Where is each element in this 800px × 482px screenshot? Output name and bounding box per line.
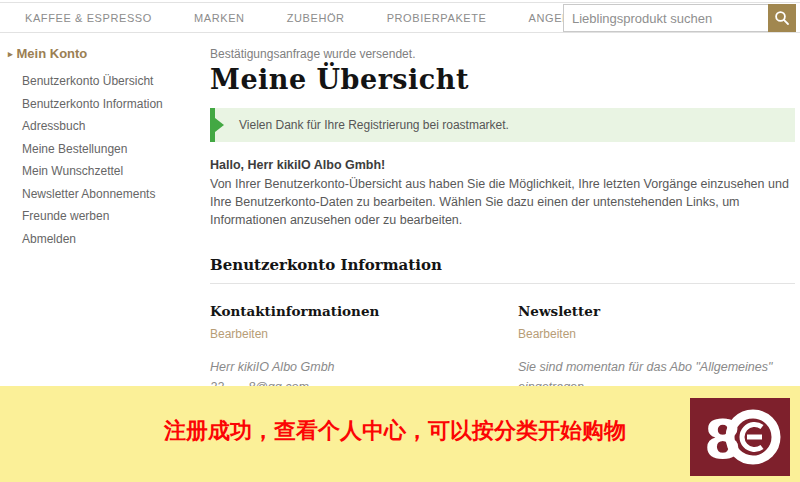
sidebar-item-benutzerkonto-uebersicht[interactable]: Benutzerkonto Übersicht (22, 70, 198, 93)
nav-item-probierpakete[interactable]: PROBIERPAKETE (387, 12, 487, 24)
success-message-text: Vielen Dank für Ihre Registrierung bei r… (239, 118, 509, 132)
greeting-text: Hallo, Herr kikiIO Albo Gmbh! (210, 158, 795, 172)
sidebar-item-meine-bestellungen[interactable]: Meine Bestellungen (22, 138, 198, 161)
sidebar-menu: Benutzerkonto Übersicht Benutzerkonto In… (8, 70, 198, 250)
sidebar-item-freunde-werben[interactable]: Freunde werben (22, 205, 198, 228)
sidebar-item-benutzerkonto-information[interactable]: Benutzerkonto Information (22, 93, 198, 116)
contact-name: Herr kikiIO Albo Gmbh (210, 357, 518, 377)
newsletter-title: Newsletter (518, 303, 795, 319)
search-icon (774, 10, 790, 26)
contact-edit-link[interactable]: Bearbeiten (210, 327, 268, 341)
account-sidebar: ▸Mein Konto Benutzerkonto Übersicht Benu… (8, 46, 198, 250)
contact-info-title: Kontaktinformationen (210, 303, 518, 319)
sidebar-item-mein-konto[interactable]: ▸Mein Konto (8, 46, 198, 61)
success-message-banner: Vielen Dank für Ihre Registrierung bei r… (210, 108, 795, 142)
sidebar-item-abmelden[interactable]: Abmelden (22, 228, 198, 251)
annotation-text: 注册成功，查看个人中心，可以按分类开始购物 (164, 416, 626, 446)
main-content: Bestätigungsanfrage wurde versendet. Mei… (210, 47, 795, 417)
sidebar-item-mein-wunschzettel[interactable]: Mein Wunschzettel (22, 160, 198, 183)
sidebar-item-adressbuch[interactable]: Adressbuch (22, 115, 198, 138)
search-button[interactable] (768, 4, 796, 32)
8g-logo: 8 (690, 398, 790, 476)
sidebar-item-newsletter-abonnements[interactable]: Newsletter Abonnements (22, 183, 198, 206)
section-title-benutzerkonto-information: Benutzerkonto Information (210, 256, 795, 284)
confirmation-status-text: Bestätigungsanfrage wurde versendet. (210, 47, 795, 61)
nav-item-kaffee-espresso[interactable]: KAFFEE & ESPRESSO (25, 12, 152, 24)
success-arrow-icon (215, 118, 224, 132)
page-title: Meine Übersicht (210, 64, 795, 95)
annotation-banner: 注册成功，查看个人中心，可以按分类开始购物 8 (0, 386, 800, 482)
intro-paragraph: Von Ihrer Benutzerkonto-Übersicht aus ha… (210, 175, 795, 229)
search-bar (563, 4, 796, 32)
chevron-right-icon: ▸ (8, 49, 13, 59)
nav-item-marken[interactable]: MARKEN (194, 12, 245, 24)
nav-item-zubehoer[interactable]: ZUBEHÖR (287, 12, 345, 24)
search-input[interactable] (563, 4, 768, 32)
newsletter-edit-link[interactable]: Bearbeiten (518, 327, 576, 341)
